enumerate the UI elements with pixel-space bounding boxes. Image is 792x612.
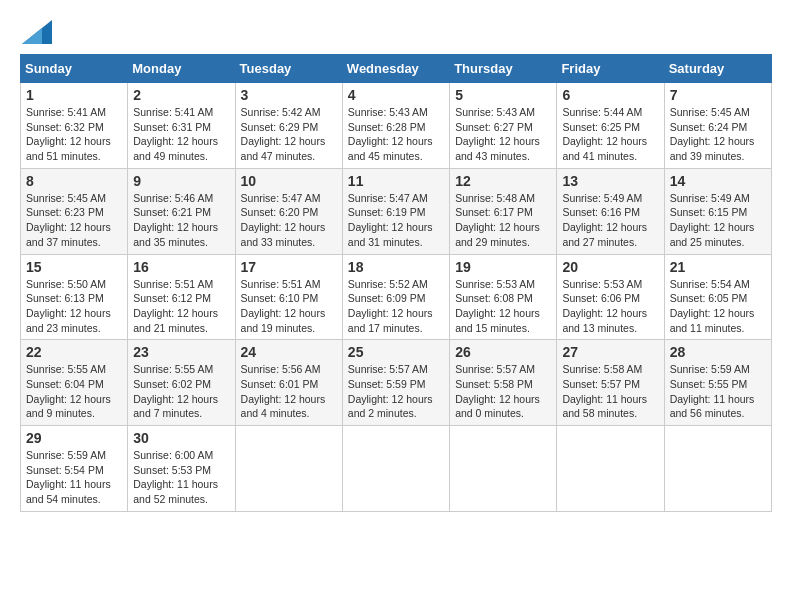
calendar-table: SundayMondayTuesdayWednesdayThursdayFrid…: [20, 54, 772, 512]
calendar-cell: 16 Sunrise: 5:51 AMSunset: 6:12 PMDaylig…: [128, 254, 235, 340]
day-number: 5: [455, 87, 551, 103]
day-number: 10: [241, 173, 337, 189]
day-number: 21: [670, 259, 766, 275]
day-info: Sunrise: 5:59 AMSunset: 5:55 PMDaylight:…: [670, 363, 755, 419]
calendar-cell: 8 Sunrise: 5:45 AMSunset: 6:23 PMDayligh…: [21, 168, 128, 254]
day-info: Sunrise: 5:52 AMSunset: 6:09 PMDaylight:…: [348, 278, 433, 334]
day-info: Sunrise: 5:51 AMSunset: 6:10 PMDaylight:…: [241, 278, 326, 334]
calendar-cell: 20 Sunrise: 5:53 AMSunset: 6:06 PMDaylig…: [557, 254, 664, 340]
calendar-cell: 29 Sunrise: 5:59 AMSunset: 5:54 PMDaylig…: [21, 426, 128, 512]
day-number: 24: [241, 344, 337, 360]
calendar-cell: [235, 426, 342, 512]
week-row-5: 29 Sunrise: 5:59 AMSunset: 5:54 PMDaylig…: [21, 426, 772, 512]
day-info: Sunrise: 5:53 AMSunset: 6:06 PMDaylight:…: [562, 278, 647, 334]
day-number: 17: [241, 259, 337, 275]
day-number: 6: [562, 87, 658, 103]
calendar-cell: 6 Sunrise: 5:44 AMSunset: 6:25 PMDayligh…: [557, 83, 664, 169]
calendar-cell: 13 Sunrise: 5:49 AMSunset: 6:16 PMDaylig…: [557, 168, 664, 254]
day-number: 20: [562, 259, 658, 275]
day-number: 2: [133, 87, 229, 103]
calendar-cell: 28 Sunrise: 5:59 AMSunset: 5:55 PMDaylig…: [664, 340, 771, 426]
calendar-cell: 11 Sunrise: 5:47 AMSunset: 6:19 PMDaylig…: [342, 168, 449, 254]
calendar-cell: 7 Sunrise: 5:45 AMSunset: 6:24 PMDayligh…: [664, 83, 771, 169]
day-number: 27: [562, 344, 658, 360]
day-info: Sunrise: 5:47 AMSunset: 6:20 PMDaylight:…: [241, 192, 326, 248]
calendar-cell: 23 Sunrise: 5:55 AMSunset: 6:02 PMDaylig…: [128, 340, 235, 426]
calendar-cell: 19 Sunrise: 5:53 AMSunset: 6:08 PMDaylig…: [450, 254, 557, 340]
day-info: Sunrise: 5:43 AMSunset: 6:28 PMDaylight:…: [348, 106, 433, 162]
day-number: 1: [26, 87, 122, 103]
day-number: 13: [562, 173, 658, 189]
day-number: 25: [348, 344, 444, 360]
day-info: Sunrise: 5:49 AMSunset: 6:15 PMDaylight:…: [670, 192, 755, 248]
calendar-header-row: SundayMondayTuesdayWednesdayThursdayFrid…: [21, 55, 772, 83]
calendar-cell: 26 Sunrise: 5:57 AMSunset: 5:58 PMDaylig…: [450, 340, 557, 426]
day-info: Sunrise: 5:57 AMSunset: 5:59 PMDaylight:…: [348, 363, 433, 419]
day-number: 18: [348, 259, 444, 275]
day-info: Sunrise: 5:46 AMSunset: 6:21 PMDaylight:…: [133, 192, 218, 248]
day-number: 15: [26, 259, 122, 275]
day-number: 30: [133, 430, 229, 446]
week-row-4: 22 Sunrise: 5:55 AMSunset: 6:04 PMDaylig…: [21, 340, 772, 426]
header-sunday: Sunday: [21, 55, 128, 83]
day-number: 14: [670, 173, 766, 189]
svg-marker-1: [22, 28, 42, 44]
header-tuesday: Tuesday: [235, 55, 342, 83]
day-number: 8: [26, 173, 122, 189]
week-row-3: 15 Sunrise: 5:50 AMSunset: 6:13 PMDaylig…: [21, 254, 772, 340]
calendar-cell: 25 Sunrise: 5:57 AMSunset: 5:59 PMDaylig…: [342, 340, 449, 426]
calendar-cell: 15 Sunrise: 5:50 AMSunset: 6:13 PMDaylig…: [21, 254, 128, 340]
calendar-cell: 30 Sunrise: 6:00 AMSunset: 5:53 PMDaylig…: [128, 426, 235, 512]
calendar-cell: 1 Sunrise: 5:41 AMSunset: 6:32 PMDayligh…: [21, 83, 128, 169]
day-number: 22: [26, 344, 122, 360]
day-info: Sunrise: 5:53 AMSunset: 6:08 PMDaylight:…: [455, 278, 540, 334]
calendar-cell: 12 Sunrise: 5:48 AMSunset: 6:17 PMDaylig…: [450, 168, 557, 254]
day-number: 19: [455, 259, 551, 275]
calendar-cell: [450, 426, 557, 512]
calendar-cell: 4 Sunrise: 5:43 AMSunset: 6:28 PMDayligh…: [342, 83, 449, 169]
day-number: 12: [455, 173, 551, 189]
day-number: 3: [241, 87, 337, 103]
day-number: 16: [133, 259, 229, 275]
calendar-cell: [664, 426, 771, 512]
calendar-cell: 24 Sunrise: 5:56 AMSunset: 6:01 PMDaylig…: [235, 340, 342, 426]
calendar-cell: 9 Sunrise: 5:46 AMSunset: 6:21 PMDayligh…: [128, 168, 235, 254]
day-number: 28: [670, 344, 766, 360]
day-info: Sunrise: 5:54 AMSunset: 6:05 PMDaylight:…: [670, 278, 755, 334]
calendar-cell: [342, 426, 449, 512]
day-info: Sunrise: 5:41 AMSunset: 6:31 PMDaylight:…: [133, 106, 218, 162]
day-info: Sunrise: 5:41 AMSunset: 6:32 PMDaylight:…: [26, 106, 111, 162]
calendar-cell: 17 Sunrise: 5:51 AMSunset: 6:10 PMDaylig…: [235, 254, 342, 340]
week-row-1: 1 Sunrise: 5:41 AMSunset: 6:32 PMDayligh…: [21, 83, 772, 169]
day-number: 23: [133, 344, 229, 360]
header-monday: Monday: [128, 55, 235, 83]
calendar-cell: 27 Sunrise: 5:58 AMSunset: 5:57 PMDaylig…: [557, 340, 664, 426]
calendar-cell: 5 Sunrise: 5:43 AMSunset: 6:27 PMDayligh…: [450, 83, 557, 169]
calendar-cell: [557, 426, 664, 512]
calendar-cell: 3 Sunrise: 5:42 AMSunset: 6:29 PMDayligh…: [235, 83, 342, 169]
day-info: Sunrise: 5:44 AMSunset: 6:25 PMDaylight:…: [562, 106, 647, 162]
day-info: Sunrise: 5:50 AMSunset: 6:13 PMDaylight:…: [26, 278, 111, 334]
day-info: Sunrise: 5:48 AMSunset: 6:17 PMDaylight:…: [455, 192, 540, 248]
day-info: Sunrise: 5:58 AMSunset: 5:57 PMDaylight:…: [562, 363, 647, 419]
logo-icon: [22, 20, 52, 44]
day-info: Sunrise: 5:57 AMSunset: 5:58 PMDaylight:…: [455, 363, 540, 419]
day-number: 4: [348, 87, 444, 103]
day-info: Sunrise: 5:47 AMSunset: 6:19 PMDaylight:…: [348, 192, 433, 248]
calendar-cell: 18 Sunrise: 5:52 AMSunset: 6:09 PMDaylig…: [342, 254, 449, 340]
calendar-cell: 21 Sunrise: 5:54 AMSunset: 6:05 PMDaylig…: [664, 254, 771, 340]
day-number: 9: [133, 173, 229, 189]
day-number: 26: [455, 344, 551, 360]
day-info: Sunrise: 5:55 AMSunset: 6:04 PMDaylight:…: [26, 363, 111, 419]
calendar-cell: 10 Sunrise: 5:47 AMSunset: 6:20 PMDaylig…: [235, 168, 342, 254]
logo: [20, 20, 52, 44]
header-thursday: Thursday: [450, 55, 557, 83]
day-number: 7: [670, 87, 766, 103]
header: [20, 20, 772, 44]
day-info: Sunrise: 5:45 AMSunset: 6:24 PMDaylight:…: [670, 106, 755, 162]
calendar-cell: 22 Sunrise: 5:55 AMSunset: 6:04 PMDaylig…: [21, 340, 128, 426]
header-friday: Friday: [557, 55, 664, 83]
day-info: Sunrise: 5:56 AMSunset: 6:01 PMDaylight:…: [241, 363, 326, 419]
day-info: Sunrise: 5:55 AMSunset: 6:02 PMDaylight:…: [133, 363, 218, 419]
day-info: Sunrise: 5:49 AMSunset: 6:16 PMDaylight:…: [562, 192, 647, 248]
